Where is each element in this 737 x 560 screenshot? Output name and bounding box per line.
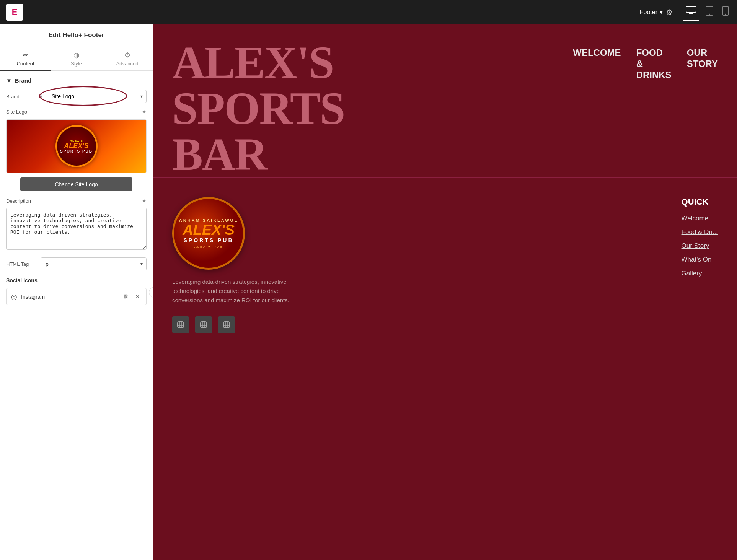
svg-point-4 [709,13,710,14]
footer-description-text: Leveraging data-driven strategies, innov… [172,277,302,305]
social-icons-header: Social Icons [6,277,147,283]
quick-link-welcome[interactable]: Welcome [682,215,718,222]
quick-link-whats-on[interactable]: What's On [682,256,718,264]
html-tag-row: HTML Tag p h1 h2 h3 div span ▾ [6,257,147,270]
footer-desc-content: Leveraging data-driven strategies, innov… [172,278,289,303]
footer-brand-column: ANHRM SAIKLAWUL ALEX'S SPORTS PUB ALEX ✦… [172,197,302,333]
top-bar-center: Footer ▾ ⚙ [640,3,731,21]
footer-social-icon-3[interactable] [218,316,235,333]
logo-circle-preview: ALEX'S ALEX'S SPORTS PUB [55,125,98,167]
logo-text-sub: SPORTS PUB [60,149,93,153]
footer-logo-sub: SPORTS PUB [183,237,233,243]
description-ai-icon[interactable]: ✦ [142,197,147,205]
footer-logo-bottom: ALEX ✦ PUB [194,245,223,249]
logo-image-box: ALEX'S ALEX'S SPORTS PUB [6,119,147,173]
canvas-footer-section: ANHRM SAIKLAWUL ALEX'S SPORTS PUB ALEX ✦… [153,178,737,348]
quick-link-food[interactable]: Food & Dri... [682,228,718,236]
brand-collapse-arrow: ▼ [6,77,12,84]
logo-text-main: ALEX'S [64,142,88,149]
elementor-logo[interactable]: E [6,4,23,21]
html-tag-label: HTML Tag [6,261,37,267]
brand-field-row: Brand 🖥 Site Logo Custom Image Custom Te… [6,90,147,103]
tab-advanced[interactable]: ⚙ Advanced [102,46,153,71]
canvas-nav: WELCOME FOOD&DRINKS OURSTORY [573,40,718,80]
brand-section-label: Brand [15,77,31,84]
quick-links-title: QUICK [682,197,718,207]
html-tag-select[interactable]: p h1 h2 h3 div span [41,257,147,270]
change-logo-button[interactable]: Change Site Logo [20,177,133,191]
instagram-copy-button[interactable]: ⎘ [123,292,130,302]
brand-select[interactable]: Site Logo Custom Image Custom Text [47,90,147,103]
brand-dropdown-wrapper: Site Logo Custom Image Custom Text ▾ [47,90,147,103]
svg-rect-7 [178,322,184,328]
quick-link-story[interactable]: Our Story [682,242,718,250]
footer-quick-links-column: QUICK Welcome Food & Dri... Our Story Wh… [682,197,718,333]
footer-label: Footer [640,9,657,16]
site-logo-row: Site Logo ✦ [6,108,147,116]
canvas-area: ALEX'S SPORTS BAR WELCOME FOOD&DRINKS OU… [153,24,737,560]
brand-field-label: Brand [6,94,33,99]
svg-rect-17 [223,322,230,328]
desktop-icon[interactable] [683,3,699,21]
tablet-icon[interactable] [703,3,716,21]
quick-link-gallery[interactable]: Gallery [682,270,718,277]
footer-logo: ANHRM SAIKLAWUL ALEX'S SPORTS PUB ALEX ✦… [172,197,245,270]
instagram-icon: ◎ [11,293,17,301]
social-item-instagram: ◎ Instagram ⎘ ✕ [6,288,147,305]
instagram-label: Instagram [21,294,119,300]
gear-icon[interactable]: ⚙ [666,8,673,17]
elementor-logo-e: E [12,7,18,17]
title-line3: BAR [172,132,345,177]
content-tab-icon: ✏ [23,51,28,59]
panel-title: Edit Hello+ Footer [49,31,104,39]
svg-rect-0 [686,6,696,12]
panel-header: Edit Hello+ Footer [0,24,153,46]
title-line1: ALEX'S [172,40,345,86]
nav-welcome[interactable]: WELCOME [573,47,621,59]
top-bar: E Footer ▾ ⚙ [0,0,737,24]
svg-point-6 [725,13,726,14]
left-panel: Edit Hello+ Footer ✏ Content ◑ Style ⚙ A… [0,24,153,560]
main-layout: Edit Hello+ Footer ✏ Content ◑ Style ⚙ A… [0,24,737,560]
svg-rect-12 [201,322,207,328]
advanced-tab-label: Advanced [116,61,139,67]
tab-content[interactable]: ✏ Content [0,46,51,71]
footer-logo-main: ALEX'S [183,223,235,237]
social-icons-label: Social Icons [6,277,38,283]
instagram-delete-button[interactable]: ✕ [134,291,142,302]
footer-social-icon-1[interactable] [172,316,189,333]
description-label: Description [6,198,31,204]
title-line2: SPORTS [172,86,345,132]
canvas-header-section: ALEX'S SPORTS BAR WELCOME FOOD&DRINKS OU… [153,24,737,178]
style-tab-icon: ◑ [73,51,80,59]
canvas-site-title: ALEX'S SPORTS BAR [172,40,345,177]
panel-body: ▼ Brand Brand 🖥 Site Logo Custom Image C… [0,71,153,311]
site-logo-label: Site Logo [6,109,27,115]
description-row: Description ✦ [6,197,147,205]
content-tab-label: Content [17,61,34,67]
monitor-icon: 🖥 [38,94,43,99]
logo-preview-image: ALEX'S ALEX'S SPORTS PUB [7,120,146,173]
panel-tabs: ✏ Content ◑ Style ⚙ Advanced [0,46,153,71]
ai-sparkle-icon[interactable]: ✦ [142,108,147,116]
footer-social-icon-2[interactable] [195,316,212,333]
footer-dropdown[interactable]: Footer ▾ [640,8,663,16]
description-textarea[interactable]: Leveraging data-driven strategies, innov… [6,208,147,250]
change-logo-label: Change Site Logo [55,181,98,187]
html-tag-select-wrapper: p h1 h2 h3 div span ▾ [41,257,147,270]
tab-style[interactable]: ◑ Style [51,46,102,71]
brand-section-header[interactable]: ▼ Brand [6,77,147,84]
advanced-tab-icon: ⚙ [124,51,130,59]
nav-food-drinks[interactable]: FOOD&DRINKS [636,47,672,80]
style-tab-label: Style [71,61,82,67]
footer-chevron: ▾ [660,8,663,16]
device-icons [683,3,731,21]
footer-social-icons [172,316,302,333]
nav-our-story[interactable]: OURSTORY [687,47,718,70]
mobile-icon[interactable] [720,3,731,21]
